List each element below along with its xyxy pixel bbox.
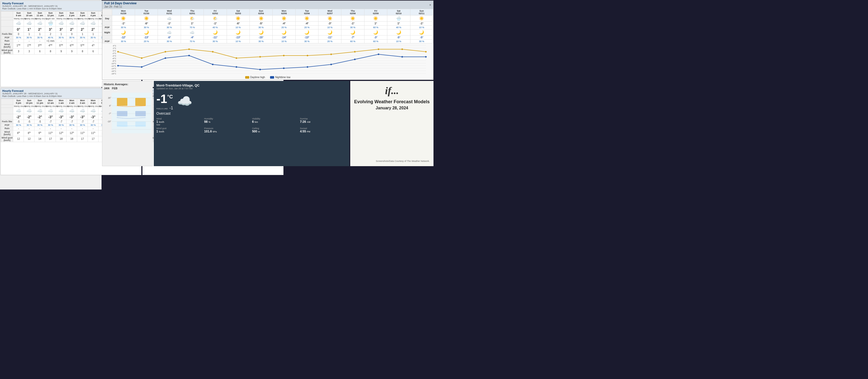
historic-month-feb: FEB bbox=[112, 87, 118, 90]
day-icon-4: 🌤️ bbox=[204, 15, 227, 22]
legend-night: Nighttime low bbox=[270, 76, 290, 78]
day-temp-3: 1° bbox=[181, 22, 204, 26]
condition-6: Mainly cloudy bbox=[77, 105, 88, 108]
rain-5: - bbox=[66, 39, 77, 43]
day-pop-10: 30 % bbox=[341, 26, 364, 29]
day-icon-0: ☀️ bbox=[112, 15, 135, 22]
day-icon-8: ☀️ bbox=[296, 15, 318, 22]
day-icon-10: ☀️ bbox=[341, 15, 364, 22]
day-pop-4: 40 % bbox=[204, 26, 227, 29]
pop-6: 30 % bbox=[77, 123, 88, 127]
night-pop-0: 30 % bbox=[112, 39, 135, 43]
svg-point-35 bbox=[378, 49, 379, 50]
hour-header-3: Mon12 am bbox=[45, 99, 56, 105]
night-pop-5: 10 % bbox=[227, 39, 249, 43]
chart-legend: Daytime high Nighttime low bbox=[104, 76, 432, 78]
pop-0: 30 % bbox=[13, 123, 24, 127]
night-temp-8: -13° bbox=[296, 35, 318, 39]
svg-rect-62 bbox=[117, 98, 127, 106]
weather-icon-5: ☁️ bbox=[66, 108, 77, 114]
weather-icon-7: ☁️ bbox=[88, 108, 98, 114]
legend-day: Daytime high bbox=[245, 76, 265, 78]
svg-text:-8°C: -8°C bbox=[112, 60, 116, 62]
night-pop-10: 60 % bbox=[341, 39, 364, 43]
hour-header-7: Sun4 pm bbox=[88, 11, 98, 17]
condition-1: Mainly cloudy bbox=[24, 105, 34, 108]
close-button[interactable]: ✕ bbox=[429, 4, 431, 6]
day-temp-0: -1° bbox=[112, 22, 135, 26]
if-logo: if... bbox=[385, 85, 399, 97]
day-pop-12: 40 % bbox=[387, 26, 410, 29]
overview-day-5: Sat02/03 bbox=[227, 9, 249, 15]
day-temp-13: -1° bbox=[410, 22, 433, 26]
wind-gust-2: 14 bbox=[34, 136, 45, 142]
overview-day-10: Thu02/08 bbox=[341, 9, 364, 15]
night-pop-2: 30 % bbox=[158, 39, 181, 43]
weather-icon-2: ☁️ bbox=[34, 108, 45, 114]
pop-6: 30 % bbox=[77, 36, 88, 39]
rain-1: - bbox=[24, 39, 34, 43]
ceiling-unit: m bbox=[258, 130, 260, 133]
hourly-title-3: Hourly Forecast bbox=[2, 89, 62, 92]
day-icon-1: ☀️ bbox=[135, 15, 158, 22]
night-temp-11: -3° bbox=[364, 35, 387, 39]
day-temp-6: -5° bbox=[249, 22, 272, 26]
night-icon-4: 🌙 bbox=[204, 29, 227, 35]
day-pop-1: 30 % bbox=[135, 26, 158, 29]
overview-day-11: Fri02/09 bbox=[364, 9, 387, 15]
svg-text:-12°C: -12°C bbox=[111, 65, 116, 67]
condition-3: Light rain bbox=[45, 17, 56, 20]
hour-header-2: Sun11 pm bbox=[34, 99, 45, 105]
svg-rect-65 bbox=[135, 111, 146, 117]
overview-day-2: Wed01/31 bbox=[158, 9, 181, 15]
overview-header: Full 14 Days Overview Jan 29 - Feb 11 ✕ bbox=[102, 1, 433, 9]
night-icon-10: 🌙 bbox=[341, 29, 364, 35]
night-icon-5: 🌙 bbox=[227, 29, 249, 35]
top-hourly-section: Hourly Forecast SUNDAY, JANUARY 28 - WED… bbox=[0, 0, 101, 88]
svg-point-24 bbox=[117, 51, 119, 53]
wind-gust-detail: Wind gust 1 km/h bbox=[156, 127, 203, 133]
humidity-unit: % bbox=[208, 121, 210, 123]
weather-icon-7: ☁️ bbox=[88, 20, 98, 27]
night-icon-7: 🌙 bbox=[273, 29, 296, 35]
night-temp-12: -5° bbox=[387, 35, 410, 39]
hourly-subtitle-3: SUNDAY, JANUARY 28 - WEDNESDAY, JANUARY … bbox=[2, 92, 62, 95]
pressure-detail: Pressure 101.6 kPa bbox=[204, 127, 251, 133]
sunrise-unit: AM bbox=[307, 121, 310, 123]
pop-1: 30 % bbox=[24, 36, 34, 39]
night-pop-8: 30 % bbox=[296, 39, 318, 43]
wind-5: 12N bbox=[66, 130, 77, 136]
hour-header-6: Sun3 pm bbox=[77, 11, 88, 17]
overview-day-4: Fri02/02 bbox=[204, 9, 227, 15]
feels-like-4: -7 bbox=[56, 120, 66, 123]
temp-5: 2° bbox=[66, 26, 77, 32]
sunrise-val: 7:26 bbox=[300, 120, 306, 124]
temp-2: -2° bbox=[34, 114, 45, 120]
temp-4: -3° bbox=[56, 114, 66, 120]
legend-day-color bbox=[245, 76, 249, 78]
feels-like-5: -7 bbox=[66, 120, 77, 123]
svg-point-38 bbox=[117, 65, 119, 66]
weather-icon-4: ☁️ bbox=[56, 20, 66, 27]
night-icon-11: 🌙 bbox=[364, 29, 387, 35]
condition-2: Mainly cloudy bbox=[34, 17, 45, 20]
day-temp-2: -1° bbox=[158, 22, 181, 26]
wind-gust-5: 18 bbox=[66, 136, 77, 142]
current-weather-panel: Mont-Tremblant-Village, QC Updated on Su… bbox=[154, 81, 349, 166]
overview-title: Full 14 Days Overview bbox=[104, 2, 136, 5]
day-temp-5: -6° bbox=[227, 22, 249, 26]
bottom-row: Historic Averages: JAN FEB 25° 9° bbox=[101, 81, 434, 167]
svg-point-26 bbox=[165, 51, 166, 53]
pop-7: 30 % bbox=[88, 36, 98, 39]
wind-gust-4: 18 bbox=[56, 136, 66, 142]
svg-point-42 bbox=[212, 64, 213, 65]
hour-header-5: Sun2 pm bbox=[66, 11, 77, 17]
night-icon-12: 🌙 bbox=[387, 29, 410, 35]
day-icon-9: ☀️ bbox=[318, 15, 341, 22]
day-pop-11: 60 % bbox=[364, 26, 387, 29]
svg-text:-23°: -23° bbox=[107, 121, 111, 123]
condition-4: Mainly cloudy bbox=[56, 105, 66, 108]
hour-header-5: Mon2 am bbox=[66, 99, 77, 105]
day-pop-5: 10 % bbox=[227, 26, 249, 29]
temperature-chart: 4°C 2°C 0°C -2°C -4°C -6°C -8°C -10°C -1… bbox=[104, 44, 432, 75]
